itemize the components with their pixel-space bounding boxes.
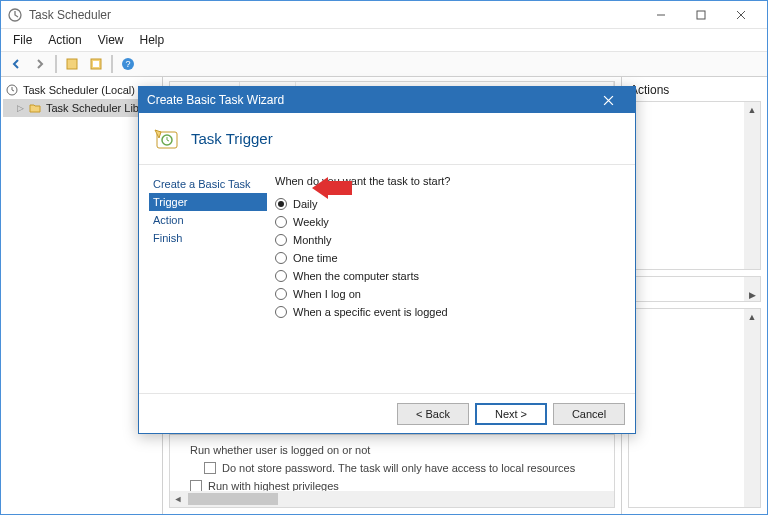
step-finish[interactable]: Finish: [149, 229, 269, 247]
radio-icon: [275, 234, 287, 246]
menubar: File Action View Help: [1, 29, 767, 51]
actions-box-3: ▲: [628, 308, 761, 508]
scroll-corner: [598, 491, 614, 507]
scroll-up-icon[interactable]: ▲: [744, 102, 760, 118]
back-icon[interactable]: [5, 53, 27, 75]
radio-daily[interactable]: Daily: [275, 195, 621, 213]
maximize-button[interactable]: [681, 1, 721, 29]
toolbar-btn-1[interactable]: [61, 53, 83, 75]
step-create[interactable]: Create a Basic Task: [149, 175, 269, 193]
svg-rect-2: [67, 59, 77, 69]
prop-no-store-pw: Do not store password. The task will onl…: [222, 462, 575, 474]
wizard-body: Create a Basic Task Trigger Action Finis…: [139, 165, 635, 393]
tree-root[interactable]: Task Scheduler (Local): [3, 81, 160, 99]
toolbar: ?: [1, 51, 767, 77]
step-action[interactable]: Action: [149, 211, 269, 229]
menu-help[interactable]: Help: [132, 31, 173, 49]
forward-icon[interactable]: [29, 53, 51, 75]
wizard-footer: < Back Next > Cancel: [139, 393, 635, 433]
tree-library[interactable]: ▷ Task Scheduler Library: [3, 99, 160, 117]
radio-one-time[interactable]: One time: [275, 249, 621, 267]
radio-icon: [275, 270, 287, 282]
radio-icon: [275, 216, 287, 228]
create-basic-task-wizard: Create Basic Task Wizard Task Trigger Cr…: [138, 86, 636, 434]
wizard-icon: [151, 124, 181, 154]
back-button[interactable]: < Back: [397, 403, 469, 425]
radio-event[interactable]: When a specific event is logged: [275, 303, 621, 321]
actions-scrollbar[interactable]: ▲: [744, 102, 760, 269]
svg-text:?: ?: [125, 59, 130, 69]
step-trigger[interactable]: Trigger: [149, 193, 267, 211]
cancel-button[interactable]: Cancel: [553, 403, 625, 425]
next-button[interactable]: Next >: [475, 403, 547, 425]
radio-label: When I log on: [293, 288, 361, 300]
actions-box-2: ▶: [628, 276, 761, 302]
actions-title: Actions: [622, 77, 767, 101]
radio-icon: [275, 252, 287, 264]
horizontal-scrollbar[interactable]: ◄: [170, 491, 598, 507]
actions-pane: Actions ▲ ▶ ▲: [622, 77, 767, 514]
actions-scrollbar[interactable]: ▶: [744, 277, 760, 301]
scroll-left-icon[interactable]: ◄: [170, 494, 186, 504]
chevron-right-icon[interactable]: ▶: [744, 289, 760, 301]
svg-rect-1: [697, 11, 705, 19]
checkbox-no-store-password[interactable]: [204, 462, 216, 474]
window-title: Task Scheduler: [29, 8, 111, 22]
chevron-right-icon: ▷: [17, 103, 24, 113]
radio-startup[interactable]: When the computer starts: [275, 267, 621, 285]
wizard-steps: Create a Basic Task Trigger Action Finis…: [139, 165, 269, 393]
radio-label: Weekly: [293, 216, 329, 228]
folder-icon: [28, 101, 42, 115]
close-button[interactable]: [721, 1, 761, 29]
menu-view[interactable]: View: [90, 31, 132, 49]
prop-row: Do not store password. The task will onl…: [176, 459, 608, 477]
wizard-content: When do you want the task to start? Dail…: [269, 165, 635, 393]
toolbar-btn-2[interactable]: [85, 53, 107, 75]
radio-label: One time: [293, 252, 338, 264]
actions-scrollbar[interactable]: ▲: [744, 309, 760, 507]
menu-file[interactable]: File: [5, 31, 40, 49]
help-icon[interactable]: ?: [117, 53, 139, 75]
radio-logon[interactable]: When I log on: [275, 285, 621, 303]
wizard-titlebar: Create Basic Task Wizard: [139, 87, 635, 113]
radio-icon: [275, 288, 287, 300]
wizard-header: Task Trigger: [139, 113, 635, 165]
toolbar-separator: [111, 55, 113, 73]
svg-rect-4: [93, 61, 99, 67]
app-icon: [7, 7, 23, 23]
tree-root-label: Task Scheduler (Local): [23, 84, 135, 96]
minimize-button[interactable]: [641, 1, 681, 29]
wizard-title: Create Basic Task Wizard: [147, 93, 284, 107]
radio-icon: [275, 306, 287, 318]
actions-box-1: ▲: [628, 101, 761, 270]
radio-label: Monthly: [293, 234, 332, 246]
prop-row: Run whether user is logged on or not: [176, 441, 608, 459]
scroll-thumb[interactable]: [188, 493, 278, 505]
radio-label: Daily: [293, 198, 317, 210]
clock-icon: [5, 83, 19, 97]
wizard-question: When do you want the task to start?: [275, 175, 621, 187]
task-properties-panel: Run whether user is logged on or not Do …: [169, 434, 615, 508]
scroll-up-icon[interactable]: ▲: [744, 309, 760, 325]
prop-run-logged-off: Run whether user is logged on or not: [190, 444, 370, 456]
wizard-heading: Task Trigger: [191, 130, 273, 147]
menu-action[interactable]: Action: [40, 31, 89, 49]
wizard-close-button[interactable]: [589, 87, 627, 113]
radio-monthly[interactable]: Monthly: [275, 231, 621, 249]
toolbar-separator: [55, 55, 57, 73]
radio-icon: [275, 198, 287, 210]
radio-label: When the computer starts: [293, 270, 419, 282]
radio-weekly[interactable]: Weekly: [275, 213, 621, 231]
titlebar: Task Scheduler: [1, 1, 767, 29]
radio-label: When a specific event is logged: [293, 306, 448, 318]
